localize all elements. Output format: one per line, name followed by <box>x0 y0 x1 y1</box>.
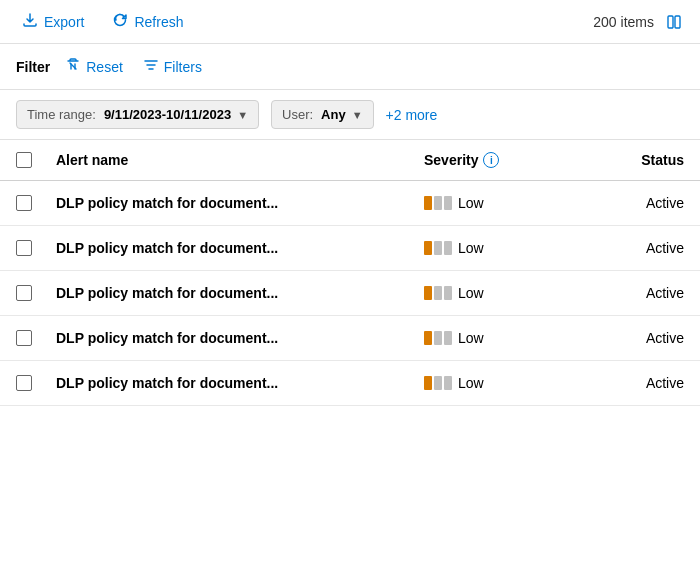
severity-bar-2 <box>434 241 442 255</box>
alert-name: DLP policy match for document... <box>56 375 424 391</box>
col-status-header: Status <box>584 152 684 168</box>
table-body: DLP policy match for document... Low Act… <box>0 181 700 406</box>
export-label: Export <box>44 14 84 30</box>
time-range-chevron-icon: ▼ <box>237 109 248 121</box>
export-button[interactable]: Export <box>16 8 90 35</box>
toolbar-right: 200 items <box>593 13 684 31</box>
user-chevron-icon: ▼ <box>352 109 363 121</box>
severity-cell: Low <box>424 330 584 346</box>
severity-label: Low <box>458 195 484 211</box>
select-all-checkbox[interactable] <box>16 152 32 168</box>
severity-bar-1 <box>424 196 432 210</box>
columns-icon[interactable] <box>666 13 684 31</box>
user-value: Any <box>321 107 346 122</box>
table-row[interactable]: DLP policy match for document... Low Act… <box>0 181 700 226</box>
severity-bars <box>424 196 452 210</box>
row-checkbox[interactable] <box>16 195 32 211</box>
status-cell: Active <box>584 195 684 211</box>
severity-bars <box>424 376 452 390</box>
reset-label: Reset <box>86 59 123 75</box>
severity-bar-3 <box>444 376 452 390</box>
table-row[interactable]: DLP policy match for document... Low Act… <box>0 316 700 361</box>
severity-bar-1 <box>424 241 432 255</box>
severity-label: Low <box>458 285 484 301</box>
row-checkbox-col <box>16 240 56 256</box>
svg-rect-0 <box>668 16 673 28</box>
time-range-dropdown[interactable]: Time range: 9/11/2023-10/11/2023 ▼ <box>16 100 259 129</box>
alert-name: DLP policy match for document... <box>56 330 424 346</box>
filter-label: Filter <box>16 59 50 75</box>
severity-label: Low <box>458 375 484 391</box>
table-row[interactable]: DLP policy match for document... Low Act… <box>0 361 700 406</box>
severity-bar-2 <box>434 286 442 300</box>
alert-name: DLP policy match for document... <box>56 285 424 301</box>
row-checkbox[interactable] <box>16 285 32 301</box>
row-checkbox-col <box>16 195 56 211</box>
status-cell: Active <box>584 330 684 346</box>
filter-bar: Filter Reset Filters <box>0 44 700 90</box>
user-label: User: <box>282 107 313 122</box>
row-checkbox-col <box>16 285 56 301</box>
row-checkbox[interactable] <box>16 330 32 346</box>
table-row[interactable]: DLP policy match for document... Low Act… <box>0 226 700 271</box>
filters-button[interactable]: Filters <box>138 54 207 79</box>
reset-icon <box>65 57 81 76</box>
col-alert-name-header: Alert name <box>56 152 424 168</box>
severity-bar-1 <box>424 286 432 300</box>
time-range-value: 9/11/2023-10/11/2023 <box>104 107 231 122</box>
toolbar: Export Refresh 200 items <box>0 0 700 44</box>
severity-bar-1 <box>424 376 432 390</box>
refresh-label: Refresh <box>134 14 183 30</box>
severity-label: Low <box>458 330 484 346</box>
time-range-label: Time range: <box>27 107 96 122</box>
user-dropdown[interactable]: User: Any ▼ <box>271 100 374 129</box>
row-checkbox-col <box>16 375 56 391</box>
severity-bar-3 <box>444 196 452 210</box>
refresh-icon <box>112 12 128 31</box>
severity-bar-3 <box>444 286 452 300</box>
severity-bar-3 <box>444 331 452 345</box>
toolbar-left: Export Refresh <box>16 8 577 35</box>
header-checkbox-col <box>16 152 56 168</box>
svg-rect-1 <box>675 16 680 28</box>
status-cell: Active <box>584 240 684 256</box>
severity-cell: Low <box>424 375 584 391</box>
export-icon <box>22 12 38 31</box>
severity-label: Low <box>458 240 484 256</box>
more-filters-button[interactable]: +2 more <box>386 107 438 123</box>
table-row[interactable]: DLP policy match for document... Low Act… <box>0 271 700 316</box>
severity-header-label: Severity <box>424 152 478 168</box>
item-count: 200 items <box>593 14 654 30</box>
status-cell: Active <box>584 285 684 301</box>
severity-bar-2 <box>434 196 442 210</box>
row-checkbox-col <box>16 330 56 346</box>
severity-bar-2 <box>434 331 442 345</box>
severity-cell: Low <box>424 240 584 256</box>
row-checkbox[interactable] <box>16 375 32 391</box>
severity-cell: Low <box>424 195 584 211</box>
reset-button[interactable]: Reset <box>60 54 128 79</box>
alert-name: DLP policy match for document... <box>56 195 424 211</box>
filters-icon <box>143 57 159 76</box>
filter-selectors: Time range: 9/11/2023-10/11/2023 ▼ User:… <box>0 90 700 140</box>
filters-label: Filters <box>164 59 202 75</box>
severity-info-icon[interactable]: i <box>483 152 499 168</box>
refresh-button[interactable]: Refresh <box>106 8 189 35</box>
severity-bars <box>424 241 452 255</box>
severity-bars <box>424 331 452 345</box>
severity-bars <box>424 286 452 300</box>
table-header: Alert name Severity i Status <box>0 140 700 181</box>
status-cell: Active <box>584 375 684 391</box>
severity-bar-1 <box>424 331 432 345</box>
severity-cell: Low <box>424 285 584 301</box>
col-severity-header: Severity i <box>424 152 584 168</box>
severity-bar-3 <box>444 241 452 255</box>
row-checkbox[interactable] <box>16 240 32 256</box>
severity-bar-2 <box>434 376 442 390</box>
alert-name: DLP policy match for document... <box>56 240 424 256</box>
